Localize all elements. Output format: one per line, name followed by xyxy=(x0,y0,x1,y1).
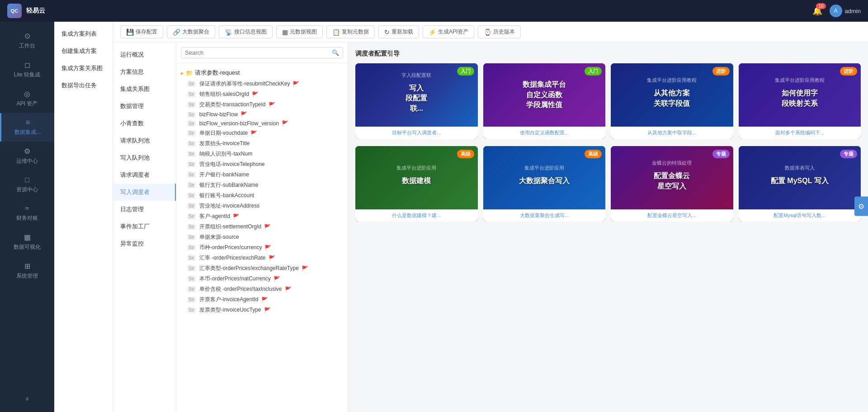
sidebar-item-ops[interactable]: ⚙ 运维中心 xyxy=(0,142,54,170)
tree-item-19[interactable]: Str 本币-orderPrices!natCurrency 🚩 xyxy=(176,274,348,284)
third-sidebar-log[interactable]: 日志管理 xyxy=(113,201,176,218)
guide-card-2[interactable]: 入门 数据集成平台自定义函数学段属性值 使用自定义函数配置... xyxy=(483,63,606,139)
third-sidebar-exception[interactable]: 异常监控 xyxy=(113,235,176,252)
cards-row-2: 高级 集成平台进阶应用 数据建模 什么是数据建模？建... 高级 xyxy=(355,146,861,222)
third-sidebar-event-factory[interactable]: 事件加工厂 xyxy=(113,218,176,235)
tree-item-13[interactable]: Str 客户-agentId 🚩 xyxy=(176,211,348,222)
tree-item-15[interactable]: Str 单据来源-source xyxy=(176,232,348,242)
second-sidebar-item-create[interactable]: 创建集成方案 xyxy=(54,43,113,60)
guide-card-8[interactable]: 专题 数据库表写入 配置 MySQL 写入 配置Mysql语句写入数... xyxy=(739,146,861,222)
sidebar-item-sys-mgmt[interactable]: ⊞ 系统管理 xyxy=(0,256,54,285)
card-1-link[interactable]: 目标平台写入调度者... xyxy=(355,127,478,139)
guide-card-1-inner: 入门 字入段配置联 写入段配置联... xyxy=(355,63,478,127)
sidebar-item-data-viz[interactable]: ▦ 数据可视化 xyxy=(0,227,54,256)
tree-item-8[interactable]: Str 营业电话-invoiceTelephone xyxy=(176,159,348,170)
second-sidebar-item-export[interactable]: 数据导出任务 xyxy=(54,77,113,94)
sidebar-item-data-integration[interactable]: ≡ 数据集成... xyxy=(0,113,54,142)
copy-meta-button[interactable]: 📋 复制元数据 xyxy=(326,25,375,38)
tree-item-18[interactable]: Str 汇率类型-orderPrices!exchangeRateType 🚩 xyxy=(176,263,348,274)
tree-item-7[interactable]: Str 纳税人识别号-taxNum xyxy=(176,149,348,159)
admin-info[interactable]: A admin xyxy=(830,5,861,17)
guide-card-5[interactable]: 高级 集成平台进阶应用 数据建模 什么是数据建模？建... xyxy=(355,146,478,222)
third-sidebar-run-overview[interactable]: 运行概况 xyxy=(113,46,176,63)
tree-item-17[interactable]: Str 汇率 -orderPrices!exchRate 🚩 xyxy=(176,253,348,263)
meta-view-button[interactable]: ▦ 元数据视图 xyxy=(276,25,323,38)
tree-item-5[interactable]: Str 单据日期-vouchdate 🚩 xyxy=(176,128,348,138)
tree-root[interactable]: ▸ 📁 请求参数-request xyxy=(176,67,348,79)
main-layout: ⊙ 工作台 ◻ Lite 轻集成 ◎ API 资产 ≡ 数据集成... ⚙ 运维… xyxy=(0,22,868,412)
second-sidebar-item-relation[interactable]: 集成方案关系图 xyxy=(54,60,113,77)
tree-item-10[interactable]: Str 银行支行-subBankName xyxy=(176,180,348,190)
search-input-wrap[interactable]: 🔍 xyxy=(181,47,343,58)
tree-item-2[interactable]: Str 交易类型-transactionTypeId 🚩 xyxy=(176,99,348,110)
third-sidebar-relation[interactable]: 集成关系图 xyxy=(113,81,176,98)
card-2-link[interactable]: 使用自定义函数配置... xyxy=(483,127,606,139)
search-input[interactable] xyxy=(185,49,329,56)
sidebar-item-api[interactable]: ◎ API 资产 xyxy=(0,84,54,113)
card-5-text: 数据建模 xyxy=(396,171,436,190)
sidebar-item-lite[interactable]: ◻ Lite 轻集成 xyxy=(0,55,54,84)
guide-title: 调度者配置引导 xyxy=(355,50,861,58)
save-config-label: 保存配置 xyxy=(136,28,157,36)
tree-item-1[interactable]: Str 销售组织-salesOrgId 🚩 xyxy=(176,89,348,99)
guide-card-6[interactable]: 高级 集成平台进阶应用 大数据聚合写入 大数据量聚合生成写... xyxy=(483,146,606,222)
card-8-sub: 数据库表写入 xyxy=(766,165,833,171)
card-4-sub: 集成平台进阶应用教程 xyxy=(775,77,825,84)
tree-item-0[interactable]: Str 保证请求的幂等性-resubmitCheckKey 🚩 xyxy=(176,79,348,89)
card-6-link[interactable]: 大数据量聚合生成写... xyxy=(483,209,606,222)
card-6-text: 大数据聚合写入 xyxy=(514,171,574,190)
third-sidebar-request-pool[interactable]: 请求队列池 xyxy=(113,132,176,149)
guide-card-4[interactable]: 进阶 集成平台进阶应用教程 如何使用字段映射关系 面对多个系统编码下... xyxy=(739,63,861,139)
tree-item-4[interactable]: Str bizFlow_version-bizFlow_version 🚩 xyxy=(176,119,348,128)
content-split: 运行概况 方案信息 集成关系图 数据管理 小青查数 请求队列池 写入队列池 请求… xyxy=(113,43,868,412)
search-icon[interactable]: 🔍 xyxy=(332,49,339,56)
third-sidebar-data-mgmt[interactable]: 数据管理 xyxy=(113,98,176,115)
float-settings-button[interactable]: ⚙ xyxy=(854,196,868,216)
tree-item-3[interactable]: Str bizFlow-bizFlow 🚩 xyxy=(176,110,348,119)
reload-button[interactable]: ↻ 重新加载 xyxy=(378,25,419,38)
third-sidebar-plan-info[interactable]: 方案信息 xyxy=(113,63,176,81)
right-panel: 调度者配置引导 入门 字入段配置联 写入段配置联... 目标平台写入调度者... xyxy=(348,43,868,412)
sidebar-item-workbench[interactable]: ⊙ 工作台 xyxy=(0,26,54,55)
tree-item-11[interactable]: Str 银行账号-bankAccount xyxy=(176,190,348,201)
card-7-link[interactable]: 配置金蝶云星空写入... xyxy=(611,209,733,222)
second-sidebar-item-list[interactable]: 集成方案列表 xyxy=(54,25,113,43)
card-4-link[interactable]: 面对多个系统编码下... xyxy=(739,127,861,139)
main-content: 💾 保存配置 🔗 大数据聚合 📡 接口信息视图 ▦ 元数据视图 📋 复制元数据 … xyxy=(113,22,868,412)
tree-item-12[interactable]: Str 营业地址-invoiceAddress xyxy=(176,201,348,211)
card-7-sub: 金蝶云的特强处理 xyxy=(649,160,694,166)
gen-api-button[interactable]: ⚡ 生成API资产 xyxy=(423,25,474,38)
save-config-button[interactable]: 💾 保存配置 xyxy=(120,25,163,38)
sidebar-item-resources[interactable]: □ 资源中心 xyxy=(0,170,54,199)
sidebar-label-workbench: 工作台 xyxy=(19,42,35,50)
guide-card-7[interactable]: 专题 金蝶云的特强处理 配置金蝶云星空写入 配置金蝶云星空写入... xyxy=(611,146,733,222)
api-icon: ◎ xyxy=(24,90,30,98)
tree-item-14[interactable]: Str 开票组织-settlementOrgId 🚩 xyxy=(176,222,348,232)
guide-card-1[interactable]: 入门 字入段配置联 写入段配置联... 目标平台写入调度者... xyxy=(355,63,478,139)
guide-card-8-inner: 专题 数据库表写入 配置 MySQL 写入 xyxy=(739,146,861,209)
card-5-link[interactable]: 什么是数据建模？建... xyxy=(355,209,478,222)
third-sidebar-request-scheduler[interactable]: 请求调度者 xyxy=(113,166,176,184)
sidebar-item-finance[interactable]: ≈ 财务对账 xyxy=(0,199,54,227)
card-8-tag: 专题 xyxy=(840,150,857,158)
notification-bell[interactable]: 🔔 10 xyxy=(812,6,822,16)
interface-info-button[interactable]: 📡 接口信息视图 xyxy=(219,25,273,38)
sidebar-menu-toggle[interactable]: ≡ xyxy=(0,390,54,407)
topbar-right: 🔔 10 A admin xyxy=(812,5,861,17)
card-3-text: 从其他方案关联字段值 xyxy=(647,84,697,113)
tree-item-22[interactable]: Str 发票类型-invoiceUocType 🚩 xyxy=(176,305,348,315)
tree-item-21[interactable]: Str 开票客户-invoiceAgentId 🚩 xyxy=(176,294,348,305)
tree-item-9[interactable]: Str 开户银行-bankName xyxy=(176,170,348,180)
guide-card-3[interactable]: 进阶 集成平台进阶应用教程 从其他方案关联字段值 从其他方案中取字段... xyxy=(611,63,733,139)
third-sidebar-write-pool[interactable]: 写入队列池 xyxy=(113,149,176,166)
third-sidebar-write-scheduler[interactable]: 写入调度者 xyxy=(113,184,176,201)
third-sidebar-query[interactable]: 小青查数 xyxy=(113,115,176,132)
big-data-button[interactable]: 🔗 大数据聚合 xyxy=(167,25,215,38)
tree-item-6[interactable]: Str 发票抬头-invoiceTitle xyxy=(176,138,348,149)
history-button[interactable]: ⌚ 历史版本 xyxy=(478,25,521,38)
card-3-link[interactable]: 从其他方案中取字段... xyxy=(611,127,733,139)
card-2-text: 数据集成平台自定义函数学段属性值 xyxy=(518,75,571,114)
tree-item-16[interactable]: Str 币种-orderPrices!currency 🚩 xyxy=(176,242,348,253)
card-8-link[interactable]: 配置Mysql语句写入数... xyxy=(739,209,861,222)
tree-item-20[interactable]: Str 单价含税 -orderPrices!taxInclusive 🚩 xyxy=(176,284,348,294)
